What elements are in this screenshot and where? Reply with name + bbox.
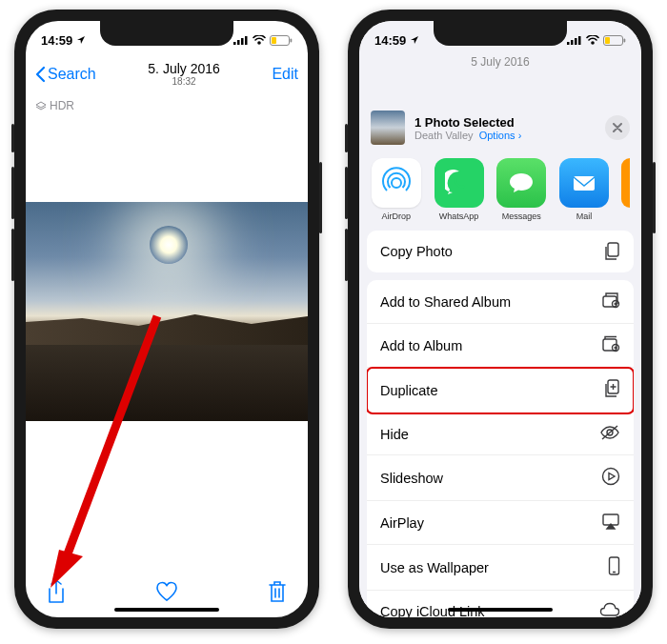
location-icon — [410, 35, 419, 45]
hide-icon — [599, 425, 620, 443]
app-mail[interactable]: Mail — [558, 158, 610, 221]
svg-point-23 — [603, 469, 619, 485]
action-add-to-album[interactable]: Add to Album — [367, 324, 634, 368]
svg-rect-12 — [605, 37, 610, 44]
share-actions: Copy Photo Add to Shared AlbumAdd to Alb… — [359, 231, 641, 617]
wifi-icon — [586, 35, 599, 45]
battery-icon — [270, 35, 293, 46]
svg-rect-10 — [578, 36, 581, 45]
svg-rect-9 — [575, 38, 577, 45]
phone-left: 14:59 Search 5. July 2016 18:32 — [14, 10, 319, 629]
close-button[interactable] — [605, 115, 630, 140]
notch — [100, 21, 233, 46]
favorite-button[interactable] — [155, 581, 178, 606]
svg-rect-17 — [603, 296, 616, 307]
preview-thumbnail[interactable] — [371, 111, 405, 145]
add-to-shared-album-icon — [601, 292, 620, 312]
nav-bar: Search 5. July 2016 18:32 Edit — [26, 53, 308, 95]
svg-rect-1 — [237, 40, 240, 45]
back-button[interactable]: Search — [35, 66, 96, 83]
home-indicator[interactable] — [448, 608, 553, 612]
app-whatsapp[interactable]: WhatsApp — [434, 158, 485, 221]
duplicate-icon — [603, 379, 620, 401]
svg-rect-3 — [245, 36, 248, 45]
airplay-icon — [601, 513, 620, 533]
close-icon — [613, 123, 622, 132]
share-apps-row[interactable]: AirDrop WhatsApp Messages — [359, 154, 641, 231]
back-label: Search — [48, 66, 96, 83]
edit-button[interactable]: Edit — [272, 66, 298, 83]
action-duplicate[interactable]: Duplicate — [367, 368, 634, 413]
add-to-album-icon — [601, 335, 620, 355]
trash-icon — [268, 580, 287, 603]
phone-right: 14:59 5 July 2016 1 Photo Selected Death… — [348, 10, 653, 629]
svg-rect-6 — [291, 38, 293, 42]
mail-icon — [569, 168, 599, 198]
wifi-icon — [253, 35, 266, 45]
signal-icon — [233, 35, 249, 45]
copy-icon — [603, 242, 620, 261]
svg-rect-7 — [567, 42, 570, 45]
whatsapp-icon — [445, 169, 474, 197]
heart-icon — [155, 581, 178, 602]
copy-icloud-link-icon — [599, 602, 620, 617]
svg-rect-15 — [574, 176, 595, 191]
status-time: 14:59 — [41, 33, 72, 48]
chevron-left-icon — [35, 66, 46, 83]
app-messages[interactable]: Messages — [495, 158, 547, 221]
options-link[interactable]: Options › — [479, 130, 522, 141]
location-icon — [76, 35, 86, 45]
svg-rect-16 — [608, 243, 618, 256]
airdrop-icon — [380, 167, 413, 199]
screen-right: 14:59 5 July 2016 1 Photo Selected Death… — [359, 21, 641, 617]
action-copy-icloud-link[interactable]: Copy iCloud Link — [367, 591, 634, 617]
selection-subtitle: Death Valley — [414, 130, 474, 141]
svg-rect-5 — [272, 37, 276, 44]
svg-rect-0 — [233, 42, 236, 45]
home-indicator[interactable] — [114, 608, 219, 612]
nav-title: 5. July 2016 18:32 — [148, 62, 220, 87]
svg-rect-13 — [624, 38, 626, 42]
app-airdrop[interactable]: AirDrop — [371, 158, 422, 221]
action-airplay[interactable]: AirPlay — [367, 501, 634, 545]
svg-rect-2 — [241, 38, 244, 45]
action-use-as-wallpaper[interactable]: Use as Wallpaper — [367, 545, 634, 591]
use-as-wallpaper-icon — [608, 556, 620, 578]
hdr-badge: HDR — [26, 95, 308, 116]
svg-rect-8 — [571, 40, 574, 45]
slideshow-icon — [601, 467, 620, 489]
underlying-title: 5 July 2016 — [359, 55, 641, 69]
action-add-to-shared-album[interactable]: Add to Shared Album — [367, 280, 634, 324]
status-time: 14:59 — [374, 33, 406, 48]
share-sheet-header: 1 Photo Selected Death Valley Options › — [359, 101, 641, 154]
signal-icon — [567, 35, 582, 45]
action-hide[interactable]: Hide — [367, 413, 634, 455]
app-more-peek[interactable] — [621, 158, 630, 208]
messages-icon — [507, 169, 536, 197]
screen-left: 14:59 Search 5. July 2016 18:32 — [26, 21, 308, 617]
share-button[interactable] — [47, 579, 66, 608]
selection-title: 1 Photo Selected — [414, 115, 596, 130]
action-slideshow[interactable]: Slideshow — [367, 455, 634, 501]
trash-button[interactable] — [268, 580, 287, 607]
photo-viewer[interactable] — [26, 202, 308, 421]
notch — [434, 21, 567, 46]
battery-icon — [603, 35, 626, 46]
svg-point-14 — [392, 178, 401, 188]
hdr-stack-icon — [35, 100, 47, 111]
share-icon — [47, 579, 66, 604]
action-copy-photo[interactable]: Copy Photo — [367, 231, 634, 272]
